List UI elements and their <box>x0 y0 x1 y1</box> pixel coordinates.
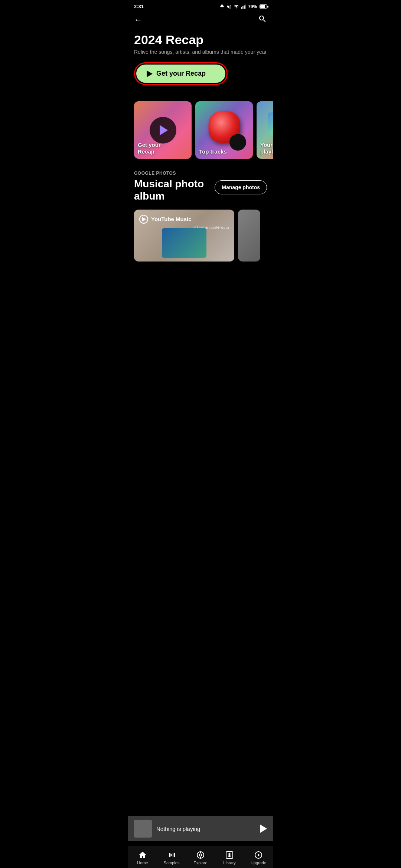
yt-play-icon <box>142 217 146 221</box>
top-nav: ← <box>128 11 273 30</box>
cards-row: Get yourRecap Top tracks Yourplaylist To… <box>128 101 273 168</box>
battery-icon <box>260 4 267 9</box>
photo-preview-row: YouTube Music yt.be/music/Recap <box>128 210 273 269</box>
status-bar: 2:31 79% <box>128 0 273 11</box>
wifi-icon <box>234 4 239 9</box>
card-play-overlay <box>150 117 176 144</box>
page-title: 2024 Recap <box>134 33 267 47</box>
yt-music-text: YouTube Music <box>151 216 192 222</box>
signal-icon <box>241 4 246 9</box>
recap-button[interactable]: Get your Recap <box>136 65 225 83</box>
card-get-your-recap[interactable]: Get yourRecap <box>134 101 192 159</box>
manage-photos-button[interactable]: Manage photos <box>215 180 267 194</box>
card-label-2: Yourplaylist <box>260 142 273 155</box>
search-icon <box>258 14 267 23</box>
photo-card-partial[interactable] <box>238 210 260 262</box>
status-time: 2:31 <box>134 4 144 9</box>
inner-card-decoration <box>268 112 273 135</box>
section-row: Musical photo album Manage photos <box>134 178 267 202</box>
card-label-0: Get yourRecap <box>138 142 161 155</box>
section-eyebrow: GOOGLE PHOTOS <box>134 171 267 176</box>
photo-card-main[interactable]: YouTube Music yt.be/music/Recap <box>134 210 234 262</box>
pillow-black-circle <box>229 134 246 151</box>
page-subtitle: Relive the songs, artists, and albums th… <box>134 49 267 55</box>
mute-icon <box>226 4 232 9</box>
card-your-playlist[interactable]: Yourplaylist <box>257 101 273 159</box>
search-button[interactable] <box>258 14 267 26</box>
card-play-icon <box>160 125 168 135</box>
svg-rect-2 <box>244 5 245 9</box>
battery-percent: 79% <box>248 4 257 9</box>
svg-rect-0 <box>241 7 242 9</box>
back-button[interactable]: ← <box>134 15 142 25</box>
play-icon <box>147 70 153 77</box>
yt-logo-icon <box>139 215 148 224</box>
alarm-icon <box>219 4 225 9</box>
svg-rect-3 <box>245 4 246 9</box>
card-label-1: Top tracks <box>199 148 227 155</box>
header-section: 2024 Recap Relive the songs, artists, an… <box>128 30 273 101</box>
svg-rect-1 <box>242 6 243 9</box>
card-top-tracks[interactable]: Top tracks <box>195 101 253 159</box>
section-title: Musical photo album <box>134 178 211 202</box>
status-icons: 79% <box>219 4 267 9</box>
yt-music-logo: YouTube Music <box>139 215 229 224</box>
recap-button-wrapper: Get your Recap <box>134 62 228 85</box>
photo-inner-thumbnail <box>162 228 206 258</box>
google-photos-section: GOOGLE PHOTOS Musical photo album Manage… <box>128 168 273 209</box>
recap-button-label: Get your Recap <box>156 70 206 78</box>
